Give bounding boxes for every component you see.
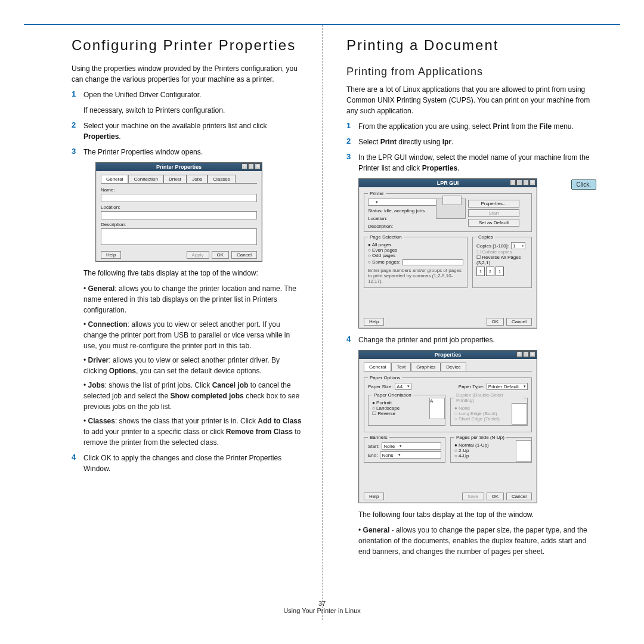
copies-icon: 321 (476, 267, 528, 276)
printer-properties-dialog: Printer Properties ?□× General Connectio… (95, 162, 262, 262)
steps-configuring: 1 Open the Unified Driver Configurator. … (72, 89, 304, 474)
tab-device[interactable]: Device (441, 363, 466, 371)
tab-descriptions: General: allows you to change the printe… (83, 283, 304, 448)
subheading-applications: Printing from Applications (346, 66, 596, 78)
ok-button[interactable]: OK (212, 251, 230, 259)
orientation-preview-icon: A (429, 398, 445, 419)
page-footer: 37 Using Your Printer in Linux (24, 600, 620, 614)
hint-label: Enter page numbers and/or groups of page… (368, 268, 463, 284)
lpr-title: LPR GUI ?_□× (359, 179, 537, 187)
column-configuring: Configuring Printer Properties Using the… (24, 25, 322, 620)
properties-button[interactable]: Properties... (468, 200, 519, 208)
cancel-button[interactable]: Cancel (506, 318, 532, 326)
set-default-button[interactable]: Set as Default (468, 219, 519, 227)
step-4: 4 Click OK to apply the changes and clos… (72, 453, 304, 474)
collate-check[interactable]: Collate copies (476, 249, 528, 255)
tab-driver[interactable]: Driver (163, 175, 187, 183)
duplex-group: Duplex (Double-Sided Printing) None Long… (450, 392, 528, 426)
bullet-classes: Classes: shows the class that your print… (83, 416, 304, 448)
column-printing: Printing a Document Printing from Applic… (322, 25, 620, 620)
tab-jobs[interactable]: Jobs (187, 175, 208, 183)
radio-all-pages[interactable]: All pages (368, 242, 463, 247)
radio-even-pages[interactable]: Even pages (368, 247, 463, 253)
banner-start-select[interactable]: None (382, 442, 441, 450)
start-button[interactable]: Start (468, 209, 519, 217)
ok-button[interactable]: OK (487, 493, 504, 500)
cancel-button[interactable]: Cancel (231, 251, 257, 259)
label-name: Name: (101, 187, 257, 193)
label-description: Description: (101, 222, 257, 227)
printer-icon (436, 199, 466, 219)
nup-group: Pages per Side (N-Up) Normal (1-Up) 2-Up… (450, 435, 532, 463)
radio-odd-pages[interactable]: Odd pages (368, 253, 463, 258)
copies-spinner[interactable]: 1 (511, 242, 525, 249)
properties-dialog: Properties ?□× General Text Graphics Dev… (358, 350, 537, 503)
window-buttons[interactable]: ?□× (516, 351, 535, 357)
window-buttons[interactable]: ?□× (242, 163, 261, 169)
tab-graphics[interactable]: Graphics (411, 363, 441, 371)
bullet-driver: Driver: allows you to view or select ano… (83, 355, 304, 376)
dialog-title: Printer Properties ?□× (96, 163, 262, 171)
step-2-text: Select your machine on the available pri… (83, 120, 304, 142)
step-3-text: The Printer Properties window opens. (83, 147, 304, 157)
cancel-button[interactable]: Cancel (506, 493, 532, 500)
step-1b: If necessary, switch to Printers configu… (83, 105, 304, 116)
reverse-check[interactable]: Reverse All Pages (3,2,1) (476, 255, 528, 265)
paper-type-select[interactable]: Printer Default (487, 383, 528, 390)
field-description[interactable] (101, 228, 257, 245)
help-button[interactable]: Help (101, 251, 121, 259)
page-number: 37 (24, 600, 620, 607)
step-1a: Open the Unified Driver Configurator. (83, 89, 304, 100)
orientation-group: Paper Orientation Portrait Landscape Rev… (368, 392, 445, 426)
rstep-3: 3 In the LPR GUI window, select the mode… (346, 152, 596, 329)
rstep-1: 1 From the application you are using, se… (346, 121, 596, 132)
heading-printing: Printing a Document (346, 37, 596, 54)
copies-group: Copies Copies [1-100]: 1 Collate copies … (472, 234, 532, 288)
tab-connection[interactable]: Connection (128, 175, 163, 183)
radio-some-pages[interactable]: Some pages: (368, 259, 400, 265)
banner-end-select[interactable]: None (380, 451, 441, 459)
tab-general[interactable]: General (101, 175, 128, 183)
rstep-2: 2 Select Print directly using lpr. (346, 137, 596, 147)
rstep-4: 4 Change the printer and print job prope… (346, 335, 596, 557)
rstep-4-text: Change the printer and print job propert… (358, 335, 596, 345)
duplex-preview-icon (512, 403, 527, 425)
step-2: 2 Select your machine on the available p… (72, 120, 304, 142)
ok-button[interactable]: OK (487, 318, 504, 326)
bullet-general-right: General - allows you to change the paper… (358, 525, 596, 557)
page-frame: Configuring Printer Properties Using the… (24, 24, 620, 620)
bullet-general: General: allows you to change the printe… (83, 283, 304, 315)
field-location[interactable] (101, 211, 257, 219)
tab-general[interactable]: General (364, 363, 391, 371)
four-tabs-line: The following four tabs display at the t… (358, 509, 596, 520)
nup-preview-icon (516, 440, 531, 462)
page-selection-group: Page Selection All pages Even pages Odd … (364, 234, 467, 288)
step-1: 1 Open the Unified Driver Configurator. … (72, 89, 304, 116)
banners-group: Banners Start:None End:None (364, 435, 445, 463)
lpr-gui-dialog: LPR GUI ?_□× Printer Properties... Start (358, 178, 537, 329)
window-buttons[interactable]: ?_□× (510, 179, 535, 185)
bullet-jobs: Jobs: shows the list of print jobs. Clic… (83, 380, 304, 412)
help-button[interactable]: Help (364, 318, 384, 326)
props-tabs[interactable]: General Text Graphics Device (364, 363, 532, 371)
apply-button[interactable]: Apply (187, 251, 209, 259)
tab-text[interactable]: Text (391, 363, 411, 371)
paper-size-select[interactable]: A4 (395, 383, 411, 390)
tabs[interactable]: General Connection Driver Jobs Classes (101, 175, 257, 184)
heading-configuring: Configuring Printer Properties (72, 37, 304, 54)
intro-printing: There are a lot of Linux applications th… (346, 84, 596, 116)
section-title: Using Your Printer in Linux (24, 607, 620, 614)
save-button[interactable]: Save (462, 493, 484, 500)
bullet-connection: Connection: allows you to view or select… (83, 319, 304, 351)
step-3: 3 The Printer Properties window opens. P… (72, 147, 304, 448)
help-button[interactable]: Help (364, 493, 384, 500)
intro-configuring: Using the properties window provided by … (72, 63, 304, 85)
steps-printing: 1 From the application you are using, se… (346, 121, 596, 557)
tab-classes[interactable]: Classes (208, 175, 235, 183)
field-name[interactable] (101, 194, 257, 202)
click-callout: Click. (571, 179, 596, 190)
props-tab-descriptions: General - allows you to change the paper… (358, 525, 596, 557)
printer-group: Printer Properties... Start Set as Defau… (364, 191, 532, 232)
some-pages-field[interactable] (402, 259, 463, 265)
props-title: Properties ?□× (359, 351, 537, 359)
